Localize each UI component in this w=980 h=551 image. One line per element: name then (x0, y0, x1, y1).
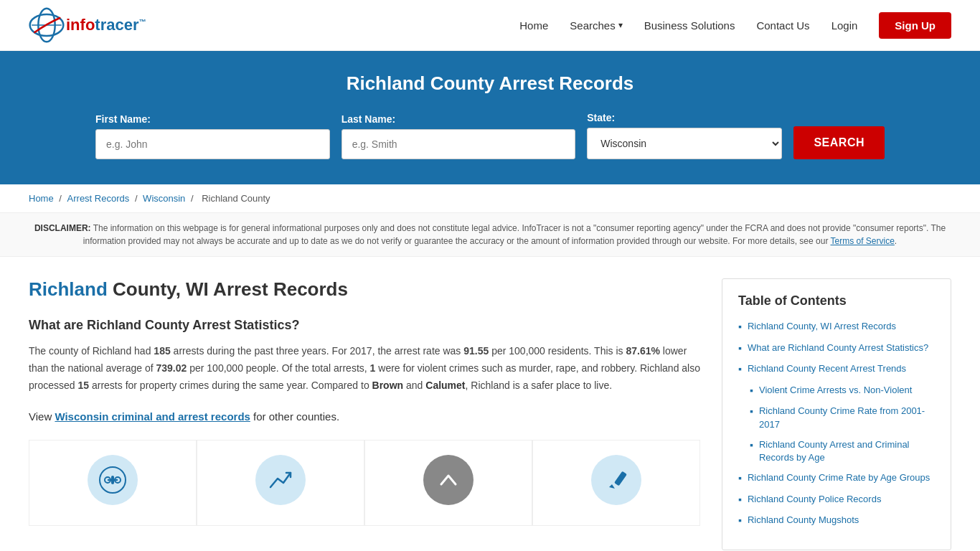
breadcrumb-home[interactable]: Home (29, 193, 54, 204)
logo-tm: ™ (138, 18, 146, 26)
search-button[interactable]: SEARCH (793, 126, 885, 159)
toc-link-8[interactable]: Richland County Police Records (748, 493, 881, 506)
content-left: Richland County, WI Arrest Records What … (29, 278, 700, 550)
toc-sub-link-2[interactable]: Richland County Crime Rate from 2001-201… (759, 405, 935, 430)
view-records: View Wisconsin criminal and arrest recor… (29, 408, 700, 425)
county1-link[interactable]: Brown (372, 380, 404, 391)
main-nav: Home Searches Business Solutions Contact… (519, 12, 951, 39)
icon-cell-3 (364, 440, 532, 526)
nav-contact-us[interactable]: Contact Us (756, 19, 809, 32)
toc-list: Richland County, WI Arrest Records What … (738, 320, 935, 528)
nav-home[interactable]: Home (519, 19, 548, 32)
toc-link-2[interactable]: What are Richland County Arrest Statisti… (748, 342, 928, 354)
last-name-input[interactable] (341, 129, 576, 159)
arrests-count: 185 (154, 345, 170, 357)
logo-tracer: tracer (95, 16, 138, 34)
first-name-label: First Name: (95, 113, 330, 125)
page-title: Richland County Arrest Records (29, 72, 951, 95)
nav-login[interactable]: Login (831, 19, 858, 32)
state-select[interactable]: Wisconsin Alabama Alaska Arizona Califor… (587, 128, 782, 159)
last-name-label: Last Name: (341, 113, 576, 125)
toc-item-1: Richland County, WI Arrest Records (738, 320, 935, 334)
breadcrumb-arrest-records[interactable]: Arrest Records (67, 193, 130, 204)
toc-item-7: Richland County Crime Rate by Age Groups (738, 471, 935, 486)
toc-link-1[interactable]: Richland County, WI Arrest Records (748, 320, 896, 333)
toc-sub-item-1: Violent Crime Arrests vs. Non-Violent (750, 384, 935, 398)
article-title-highlight: Richland (29, 278, 108, 300)
toc-link-9[interactable]: Richland County Mugshots (748, 514, 859, 527)
toc-sub-link-3[interactable]: Richland County Arrest and Criminal Reco… (759, 438, 935, 464)
search-form: First Name: Last Name: State: Wisconsin … (95, 112, 885, 159)
toc-title: Table of Contents (738, 293, 935, 309)
disclaimer-bar: DISCLAIMER: The information on this webp… (0, 213, 980, 257)
first-name-input[interactable] (95, 129, 330, 159)
content-right: Table of Contents Richland County, WI Ar… (722, 278, 951, 550)
icon-pencil (591, 455, 641, 505)
nav-business-solutions[interactable]: Business Solutions (644, 19, 735, 32)
breadcrumb-sep3: / (191, 193, 196, 204)
toc-item-2: What are Richland County Arrest Statisti… (738, 342, 935, 356)
state-label: State: (587, 112, 782, 123)
disclaimer-text: The information on this webpage is for g… (83, 223, 946, 246)
icon-trend-up (255, 455, 306, 505)
toc-box: Table of Contents Richland County, WI Ar… (722, 278, 951, 550)
toc-sub-list: Violent Crime Arrests vs. Non-Violent Ri… (750, 384, 935, 464)
icon-row (29, 440, 700, 526)
site-header: infotracer™ Home Searches Business Solut… (0, 0, 980, 51)
icon-arrest-records (88, 455, 138, 505)
nav-signup[interactable]: Sign Up (879, 12, 951, 39)
icon-cell-2 (197, 440, 364, 526)
last-name-group: Last Name: (341, 113, 576, 159)
section-heading: What are Richland County Arrest Statisti… (29, 318, 700, 333)
wi-criminal-records-link[interactable]: Wisconsin criminal and arrest records (55, 410, 250, 423)
breadcrumb: Home / Arrest Records / Wisconsin / Rich… (0, 184, 980, 213)
icon-cell-1 (29, 440, 197, 526)
toc-link-7[interactable]: Richland County Crime Rate by Age Groups (748, 471, 930, 484)
article-title-rest: County, WI Arrest Records (108, 278, 348, 300)
toc-sub-item-3: Richland County Arrest and Criminal Reco… (750, 438, 935, 464)
logo-info: info (66, 16, 95, 34)
article-body: The county of Richland had 185 arrests d… (29, 343, 700, 394)
toc-sub-link-1[interactable]: Violent Crime Arrests vs. Non-Violent (759, 384, 912, 397)
breadcrumb-richland-county: Richland County (202, 193, 270, 204)
breadcrumb-wisconsin[interactable]: Wisconsin (143, 193, 185, 204)
search-section: Richland County Arrest Records First Nam… (0, 51, 980, 184)
breadcrumb-sep1: / (59, 193, 64, 204)
county2-link[interactable]: Calumet (425, 380, 465, 391)
lower-pct: 87.61% (626, 345, 659, 357)
svg-rect-7 (111, 476, 114, 484)
svg-marker-9 (609, 484, 615, 489)
breadcrumb-sep2: / (135, 193, 140, 204)
disclaimer-label: DISCLAIMER: (34, 223, 91, 233)
icon-chevron-up (423, 455, 473, 505)
toc-link-3[interactable]: Richland County Recent Arrest Trends (748, 362, 906, 375)
icon-cell-4 (532, 440, 700, 526)
svg-rect-8 (614, 471, 627, 486)
arrest-rate: 91.55 (463, 345, 489, 357)
toc-item-3: Richland County Recent Arrest Trends (738, 362, 935, 377)
toc-item-9: Richland County Mugshots (738, 514, 935, 528)
logo[interactable]: infotracer™ (29, 7, 146, 43)
nav-searches[interactable]: Searches (570, 19, 622, 32)
toc-item-8: Richland County Police Records (738, 493, 935, 507)
terms-of-service-link[interactable]: Terms of Service (831, 236, 895, 246)
first-name-group: First Name: (95, 113, 330, 159)
state-group: State: Wisconsin Alabama Alaska Arizona … (587, 112, 782, 159)
main-content: Richland County, WI Arrest Records What … (0, 257, 980, 551)
article-title: Richland County, WI Arrest Records (29, 278, 700, 301)
property-count: 15 (77, 380, 89, 391)
toc-sub-item-2: Richland County Crime Rate from 2001-201… (750, 405, 935, 430)
national-avg: 739.02 (156, 362, 187, 374)
